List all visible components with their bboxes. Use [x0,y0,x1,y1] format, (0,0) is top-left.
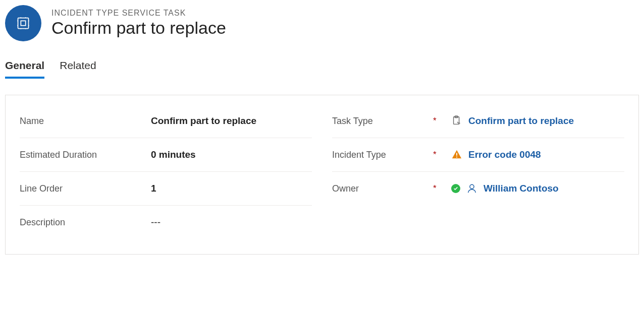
field-incident-type[interactable]: Incident Type * Error code 0048 [332,138,624,172]
tab-related[interactable]: Related [60,56,96,79]
field-task-type[interactable]: Task Type * Confirm part to replace [332,104,624,138]
entity-type-label: INCIDENT TYPE SERVICE TASK [51,9,226,18]
svg-rect-1 [21,21,25,25]
incident-type-label: Incident Type [332,150,433,160]
entity-icon [5,5,41,41]
right-column: Task Type * Confirm part to replace Inci… [332,104,624,239]
incident-type-value[interactable]: Error code 0048 [468,149,541,160]
required-indicator: * [433,150,451,160]
owner-value[interactable]: William Contoso [484,183,559,194]
estimated-duration-value: 0 minutes [151,149,312,160]
field-owner[interactable]: Owner * William Contoso [332,172,624,205]
required-indicator: * [433,116,451,126]
field-estimated-duration[interactable]: Estimated Duration 0 minutes [20,138,312,172]
description-label: Description [20,217,151,228]
field-line-order[interactable]: Line Order 1 [20,172,312,206]
name-value: Confirm part to replace [151,115,312,127]
warning-icon [451,149,462,160]
form-panel: Name Confirm part to replace Estimated D… [5,95,639,255]
clipboard-icon [451,115,462,127]
svg-rect-0 [18,18,29,29]
description-value: --- [151,217,312,228]
presence-check-icon [451,184,460,193]
field-name[interactable]: Name Confirm part to replace [20,104,312,138]
task-type-value[interactable]: Confirm part to replace [468,115,574,127]
estimated-duration-label: Estimated Duration [20,150,151,160]
page-title: Confirm part to replace [51,18,226,38]
left-column: Name Confirm part to replace Estimated D… [20,104,312,239]
person-icon [466,183,477,194]
field-description[interactable]: Description --- [20,206,312,239]
svg-rect-5 [456,157,457,158]
owner-label: Owner [332,183,433,194]
tab-bar: General Related [5,56,639,79]
svg-rect-4 [456,153,457,156]
required-indicator: * [433,183,451,194]
page-header: INCIDENT TYPE SERVICE TASK Confirm part … [5,5,639,56]
name-label: Name [20,116,151,127]
line-order-label: Line Order [20,183,151,194]
line-order-value: 1 [151,183,312,194]
tab-general[interactable]: General [5,56,44,79]
task-type-label: Task Type [332,116,433,127]
svg-point-6 [470,184,474,189]
